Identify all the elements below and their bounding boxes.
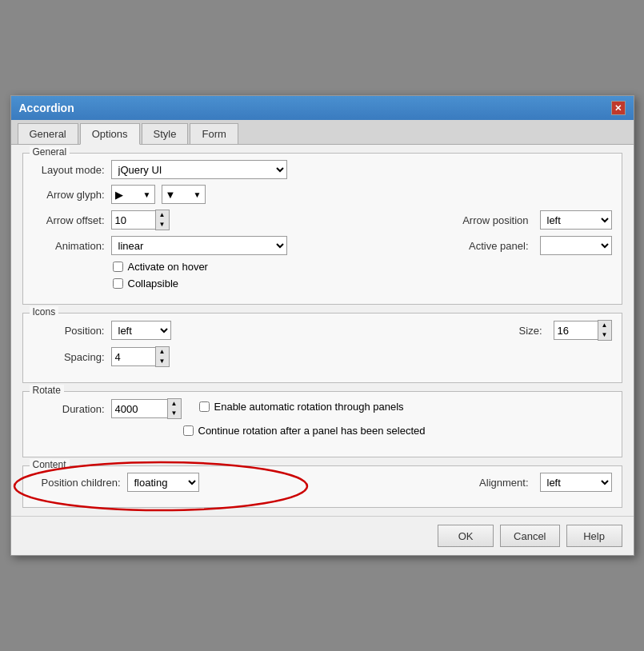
- close-button[interactable]: ✕: [611, 101, 626, 115]
- rotate-section: Rotate Duration: ▲ ▼ Enable automatic ro…: [22, 391, 622, 457]
- arrow-position-label: Arrow position: [462, 214, 528, 226]
- enable-rotation-checkbox[interactable]: [199, 401, 210, 412]
- icons-spacing-input[interactable]: [111, 347, 155, 366]
- tab-bar: General Options Style Form: [11, 120, 634, 145]
- continue-rotation-label: Continue rotation after a panel has been…: [198, 425, 426, 437]
- tab-options[interactable]: Options: [80, 123, 140, 145]
- collapsible-checkbox[interactable]: [113, 278, 123, 289]
- tab-general[interactable]: General: [18, 123, 78, 144]
- icons-section-label: Icons: [30, 306, 59, 318]
- icons-spacing-spinner: ▲ ▼: [111, 346, 170, 367]
- arrow-position-select[interactable]: left right none: [540, 210, 612, 230]
- icons-position-label: Position:: [33, 325, 105, 337]
- icons-position-row: Position: left right none Size: ▲ ▼: [33, 320, 612, 341]
- icons-position-select[interactable]: left right none: [111, 321, 171, 340]
- rotate-duration-input[interactable]: [111, 399, 167, 418]
- animation-select[interactable]: linear ease none: [111, 236, 287, 255]
- content-section: Content Position children: floating stat…: [22, 465, 622, 508]
- icons-size-up[interactable]: ▲: [598, 321, 611, 330]
- arrow-glyph-btn1[interactable]: ▶ ▼: [111, 185, 155, 204]
- arrow-offset-spinner-buttons: ▲ ▼: [155, 210, 170, 230]
- icons-size-down[interactable]: ▼: [598, 330, 611, 340]
- arrow-offset-label: Arrow offset:: [33, 214, 105, 226]
- rotate-section-label: Rotate: [30, 385, 64, 396]
- continue-rotation-checkbox[interactable]: [183, 425, 194, 436]
- tab-form[interactable]: Form: [190, 123, 238, 144]
- title-bar: Accordion ✕: [11, 96, 634, 120]
- ok-button[interactable]: OK: [438, 525, 494, 547]
- rotate-duration-up[interactable]: ▲: [168, 399, 181, 409]
- continue-rotation-row: Continue rotation after a panel has been…: [33, 425, 612, 441]
- arrow-offset-input[interactable]: [111, 210, 155, 230]
- icons-spacing-label: Spacing:: [33, 351, 105, 363]
- continue-rotation-wrap: Continue rotation after a panel has been…: [183, 425, 426, 437]
- icons-spacing-up[interactable]: ▲: [156, 347, 169, 357]
- arrow-glyph-icon2: ▼: [166, 189, 176, 201]
- cancel-button[interactable]: Cancel: [500, 525, 559, 547]
- activate-on-hover-label: Activate on hover: [128, 261, 208, 273]
- icons-spacing-spinner-buttons: ▲ ▼: [155, 346, 170, 367]
- icons-section: Icons Position: left right none Size: ▲ …: [22, 313, 622, 383]
- rotate-duration-row: Duration: ▲ ▼ Enable automatic rotation …: [33, 398, 612, 419]
- help-button[interactable]: Help: [566, 525, 622, 547]
- content-position-row: Position children: floating static absol…: [33, 473, 612, 492]
- tab-content: General Layout mode: jQuery UI Custom Ar…: [11, 145, 634, 516]
- collapsible-wrap: Collapsible: [113, 278, 612, 290]
- arrow-glyph-btn2[interactable]: ▼ ▼: [162, 185, 206, 204]
- arrow-glyph-dropdown1: ▼: [143, 190, 151, 199]
- arrow-offset-spinner: ▲ ▼: [111, 210, 170, 230]
- content-section-wrapper: Content Position children: floating stat…: [22, 465, 622, 508]
- tab-style[interactable]: Style: [142, 123, 189, 144]
- icons-spacing-row: Spacing: ▲ ▼: [33, 346, 612, 367]
- enable-rotation-wrap: Enable automatic rotation through panels: [199, 401, 404, 413]
- alignment-label: Alignment:: [479, 477, 528, 489]
- position-children-label: Position children:: [33, 477, 121, 489]
- alignment-select[interactable]: left center right: [540, 473, 612, 492]
- layout-mode-row: Layout mode: jQuery UI Custom: [33, 160, 612, 179]
- icons-size-spinner-buttons: ▲ ▼: [598, 320, 612, 341]
- icons-spacing-down[interactable]: ▼: [156, 357, 169, 366]
- active-panel-label: Active panel:: [469, 240, 528, 252]
- arrow-glyph-dropdown2: ▼: [194, 190, 202, 199]
- accordion-dialog: Accordion ✕ General Options Style Form G…: [10, 95, 634, 556]
- arrow-glyph-icon1: ▶: [115, 189, 123, 201]
- activate-on-hover-checkbox[interactable]: [113, 262, 123, 272]
- active-panel-select[interactable]: [540, 236, 612, 255]
- content-section-label: Content: [30, 459, 70, 470]
- position-children-select[interactable]: floating static absolute: [127, 473, 199, 492]
- general-section: General Layout mode: jQuery UI Custom Ar…: [22, 153, 622, 305]
- arrow-offset-row: Arrow offset: ▲ ▼ Arrow position left ri…: [33, 210, 612, 230]
- arrow-offset-up[interactable]: ▲: [156, 210, 169, 220]
- arrow-glyph-row: Arrow glyph: ▶ ▼ ▼ ▼: [33, 185, 612, 204]
- layout-mode-select[interactable]: jQuery UI Custom: [111, 160, 287, 179]
- activate-on-hover-wrap: Activate on hover: [113, 261, 612, 273]
- arrow-offset-down[interactable]: ▼: [156, 220, 169, 230]
- collapsible-label: Collapsible: [128, 278, 179, 290]
- enable-rotation-label: Enable automatic rotation through panels: [214, 401, 404, 413]
- rotate-duration-spinner-buttons: ▲ ▼: [167, 398, 182, 419]
- rotate-duration-down[interactable]: ▼: [168, 409, 181, 418]
- rotate-duration-spinner: ▲ ▼: [111, 398, 182, 419]
- animation-label: Animation:: [33, 240, 105, 252]
- icons-size-input[interactable]: [554, 321, 598, 340]
- icons-size-label: Size:: [519, 325, 542, 337]
- dialog-title: Accordion: [19, 102, 74, 114]
- icons-size-spinner: ▲ ▼: [554, 320, 612, 341]
- general-section-label: General: [30, 146, 70, 158]
- dialog-footer: OK Cancel Help: [11, 516, 634, 555]
- layout-mode-label: Layout mode:: [33, 164, 105, 176]
- animation-row: Animation: linear ease none Active panel…: [33, 236, 612, 255]
- rotate-duration-label: Duration:: [33, 403, 105, 415]
- arrow-glyph-label: Arrow glyph:: [33, 189, 105, 201]
